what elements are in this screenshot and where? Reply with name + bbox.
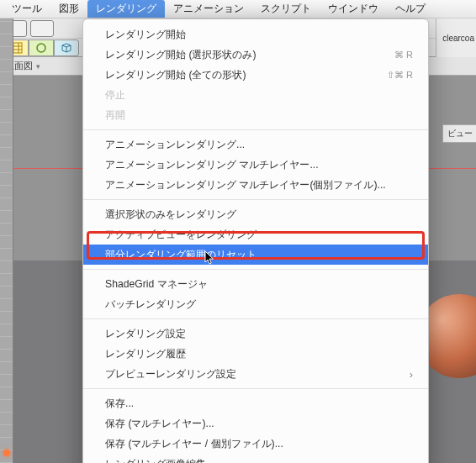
menu-item-save[interactable]: 保存... xyxy=(83,393,428,413)
menu-window[interactable]: ウインドウ xyxy=(320,0,387,18)
menu-item-anim-render-multilayer[interactable]: アニメーションレンダリング マルチレイヤー... xyxy=(83,155,428,175)
chevron-down-icon[interactable]: ▾ xyxy=(36,62,40,71)
menu-item-render-settings[interactable]: レンダリング設定 xyxy=(83,324,428,344)
menu-item-anim-render-multilayer-separate[interactable]: アニメーションレンダリング マルチレイヤー(個別ファイル)... xyxy=(83,175,428,195)
svg-point-1 xyxy=(37,44,45,52)
menu-item-render-start-all[interactable]: レンダリング開始 (全ての形状)⇧⌘ R xyxy=(83,65,428,85)
menu-item-anim-render[interactable]: アニメーションレンダリング... xyxy=(83,134,428,155)
mode-cube-button[interactable] xyxy=(54,39,79,56)
tool-icon-b[interactable] xyxy=(30,20,54,37)
right-label: clearcoa xyxy=(436,18,476,57)
menu-animation[interactable]: アニメーション xyxy=(165,0,252,18)
menu-item-render-active-view[interactable]: アクティブビューをレンダリング xyxy=(83,224,428,245)
rendering-menu-dropdown: レンダリング開始 レンダリング開始 (選択形状のみ)⌘ R レンダリング開始 (… xyxy=(82,18,429,463)
menu-tool[interactable]: ツール xyxy=(3,0,50,18)
menu-item-render-start[interactable]: レンダリング開始 xyxy=(83,24,428,45)
menu-item-batch-rendering[interactable]: バッチレンダリング xyxy=(83,294,428,314)
shortcut-text: ⇧⌘ R xyxy=(387,70,413,81)
menu-item-render-start-selection[interactable]: レンダリング開始 (選択形状のみ)⌘ R xyxy=(83,45,428,65)
menu-item-render-history[interactable]: レンダリング履歴 xyxy=(83,344,428,364)
menu-item-save-multilayer-separate[interactable]: 保存 (マルチレイヤー / 個別ファイル)... xyxy=(83,434,428,454)
menu-item-render-selection-only[interactable]: 選択形状のみをレンダリング xyxy=(83,204,428,224)
menu-rendering[interactable]: レンダリング xyxy=(87,0,165,18)
menu-separator xyxy=(83,388,428,389)
menu-item-preview-render-settings[interactable]: プレビューレンダリング設定› xyxy=(83,364,428,384)
menu-item-render-image-edit[interactable]: レンダリング画像編集› xyxy=(83,454,428,463)
shortcut-text: ⌘ R xyxy=(394,50,413,61)
menu-separator xyxy=(83,269,428,270)
menu-item-stop: 停止 xyxy=(83,85,428,105)
menu-help[interactable]: ヘルプ xyxy=(387,0,434,18)
mode-toggle-group xyxy=(3,39,79,56)
menu-separator xyxy=(83,129,428,130)
menu-script[interactable]: スクリプト xyxy=(252,0,320,18)
menu-item-resume: 再開 xyxy=(83,105,428,125)
chevron-right-icon: › xyxy=(410,368,413,381)
menubar: ツール 図形 レンダリング アニメーション スクリプト ウインドウ ヘルプ xyxy=(0,0,476,18)
menu-shape[interactable]: 図形 xyxy=(50,0,87,18)
menu-separator xyxy=(83,199,428,200)
chevron-right-icon: › xyxy=(410,458,413,464)
mode-circle-button[interactable] xyxy=(29,39,54,56)
menu-item-save-multilayer[interactable]: 保存 (マルチレイヤー)... xyxy=(83,413,428,434)
vertical-ruler xyxy=(0,18,13,463)
menu-separator xyxy=(83,318,428,319)
menu-item-reset-partial-render-area[interactable]: 部分レンダリング範囲のリセット xyxy=(83,245,428,265)
menu-item-shadegrid-manager[interactable]: ShadeGrid マネージャ xyxy=(83,274,428,294)
ruler-marker xyxy=(3,450,10,456)
right-tab-view[interactable]: ビュー xyxy=(442,124,476,143)
